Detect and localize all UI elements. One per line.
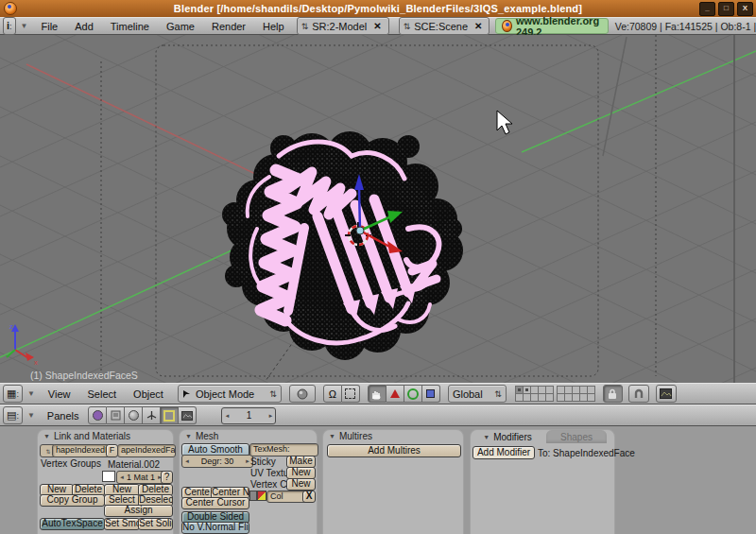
window-type-button[interactable]: i : bbox=[3, 17, 16, 35]
draw-type-button[interactable] bbox=[289, 385, 316, 403]
object-name-field[interactable]: apeIndexedFaceS bbox=[117, 444, 176, 457]
manipulator-rotate-button[interactable] bbox=[404, 385, 422, 403]
set-smooth-button[interactable]: Set Smoot bbox=[104, 518, 140, 530]
material-index-field[interactable]: ◄ 1 Mat 1 ► bbox=[116, 471, 165, 484]
menu-view[interactable]: View bbox=[40, 388, 79, 400]
material-color-swatch[interactable] bbox=[102, 471, 115, 482]
modifier-target-label: To: ShapeIndexedFace bbox=[538, 448, 635, 458]
menu-render[interactable]: Render bbox=[203, 21, 254, 32]
orientation-label: Global bbox=[453, 388, 490, 400]
object-context-button[interactable] bbox=[143, 406, 161, 424]
close-button[interactable]: X bbox=[737, 2, 753, 16]
menu-game[interactable]: Game bbox=[158, 21, 203, 32]
buttons-collapse-icon[interactable]: ▼ bbox=[23, 411, 40, 420]
menu-help[interactable]: Help bbox=[254, 21, 293, 32]
vcol-new-button[interactable]: New bbox=[286, 478, 316, 491]
scene-context-button[interactable] bbox=[179, 406, 197, 424]
copy-group-button[interactable]: Copy Group bbox=[40, 494, 105, 507]
protein-surface-cloud[interactable] bbox=[222, 131, 463, 360]
screen-selector[interactable]: ⇅ SR:2-Model ✕ bbox=[297, 17, 389, 35]
menu-add[interactable]: Add bbox=[66, 21, 102, 32]
panel-collapse-icon[interactable]: ▼ bbox=[329, 433, 335, 439]
viewport-canvas[interactable]: z x (1) ShapeIndexedFaceS bbox=[0, 35, 756, 383]
header-collapse-icon[interactable]: ▼ bbox=[16, 22, 33, 30]
panel-title: Multires bbox=[339, 431, 372, 441]
panel-collapse-icon[interactable]: ▼ bbox=[185, 433, 192, 439]
frame-value[interactable]: 1 bbox=[247, 410, 252, 421]
center-cursor-button[interactable]: Center Cursor bbox=[181, 497, 249, 509]
set-solid-button[interactable]: Set Solid bbox=[138, 518, 173, 530]
proportional-edit-button[interactable] bbox=[628, 385, 649, 403]
manipulator-hand-button[interactable] bbox=[368, 385, 387, 403]
scene-close-icon[interactable]: ✕ bbox=[472, 21, 485, 31]
tab-modifiers[interactable]: ▼ Modifiers bbox=[472, 430, 542, 443]
buttons-header: ▤ : ▼ Panels ◄ 1 ► bbox=[0, 405, 756, 426]
vcol-material-icon bbox=[257, 491, 266, 501]
logic-context-button[interactable] bbox=[88, 406, 107, 424]
mode-dropdown[interactable]: Object Mode ⇅ bbox=[178, 385, 282, 403]
vcol-grid-icon bbox=[249, 491, 257, 501]
screen-name[interactable]: SR:2-Model bbox=[312, 21, 367, 32]
maximize-button[interactable]: □ bbox=[718, 2, 734, 16]
tab-shapes[interactable]: Shapes bbox=[546, 430, 607, 443]
window-titlebar[interactable]: Blender [/home/shandils/Desktop/Pymolwik… bbox=[0, 0, 756, 17]
menu-file[interactable]: File bbox=[33, 21, 67, 32]
view3d-collapse-icon[interactable]: ▼ bbox=[23, 389, 40, 398]
snap-target-button[interactable] bbox=[342, 385, 360, 403]
buttons-window: ▼ Link and Materials ⇅ hapeIndexedFaceS … bbox=[0, 426, 756, 534]
panel-multires[interactable]: ▼ Multires Add Multires bbox=[323, 430, 463, 534]
orientation-dropdown[interactable]: Global ⇅ bbox=[448, 385, 507, 403]
manipulator-scale-button[interactable] bbox=[422, 385, 440, 403]
window-type-stepper-icon: : bbox=[9, 22, 12, 31]
panel-mesh[interactable]: ▼ Mesh Auto Smooth ◄ Degr: 30 ► TexMesh:… bbox=[180, 430, 317, 534]
menu-timeline[interactable]: Timeline bbox=[102, 21, 158, 32]
add-multires-button[interactable]: Add Multires bbox=[327, 444, 461, 457]
menu-object[interactable]: Object bbox=[125, 388, 172, 400]
magnet-icon bbox=[633, 388, 644, 400]
screen-browse-icon[interactable]: ⇅ bbox=[301, 22, 309, 31]
layer-buttons[interactable] bbox=[516, 387, 595, 402]
vcol-name-field[interactable]: Col bbox=[266, 491, 307, 503]
panel-collapse-icon[interactable]: ▼ bbox=[483, 434, 490, 440]
render-preview-button[interactable] bbox=[656, 385, 677, 403]
mesh-name-field[interactable]: hapeIndexedFaceS bbox=[52, 444, 110, 457]
material-help-button[interactable]: ? bbox=[161, 471, 173, 484]
mat-prev-icon[interactable]: ◄ bbox=[119, 474, 125, 480]
minimize-button[interactable]: _ bbox=[699, 2, 715, 16]
script-context-button[interactable] bbox=[107, 406, 125, 424]
add-modifier-button[interactable]: Add Modifier bbox=[472, 446, 535, 459]
shading-context-button[interactable] bbox=[125, 406, 143, 424]
editing-context-button[interactable] bbox=[161, 406, 179, 424]
autotexspace-toggle[interactable]: AutoTexSpace bbox=[40, 518, 105, 530]
view3d-window-type-button[interactable]: ▦ : bbox=[3, 385, 23, 403]
assign-button[interactable]: Assign bbox=[104, 505, 173, 517]
panel-modifiers[interactable]: ▼ Modifiers Shapes Add Modifier To: Shap… bbox=[471, 430, 614, 534]
viewport-3d[interactable]: z x (1) ShapeIndexedFaceS bbox=[0, 35, 756, 383]
view3d-window-stepper-icon: : bbox=[16, 389, 19, 399]
scene-stats: Ve:70809 | Fa:141525 | Ob:8-1 | La:3 | M… bbox=[615, 21, 756, 32]
lock-layers-button[interactable] bbox=[603, 385, 623, 403]
panel-link-and-materials[interactable]: ▼ Link and Materials ⇅ hapeIndexedFaceS … bbox=[38, 430, 173, 534]
frame-number-field[interactable]: ◄ 1 ► bbox=[221, 407, 276, 424]
frustum-diagonal-line bbox=[603, 37, 627, 156]
frame-left-icon[interactable]: ◄ bbox=[224, 413, 230, 419]
manipulator-translate-button[interactable] bbox=[387, 385, 404, 403]
no-vnormal-flip-toggle[interactable]: No V.Normal Flip bbox=[181, 522, 249, 534]
texmesh-field[interactable]: TexMesh: bbox=[249, 443, 318, 456]
vcol-delete-button[interactable]: X bbox=[302, 491, 316, 503]
scene-browse-icon[interactable]: ⇅ bbox=[404, 22, 411, 31]
menu-select[interactable]: Select bbox=[79, 388, 126, 400]
pivot-point-button[interactable]: Ω bbox=[323, 385, 342, 403]
degrees-field[interactable]: ◄ Degr: 30 ► bbox=[181, 455, 253, 468]
script-icon bbox=[111, 410, 121, 421]
material-name-label: Material.002 bbox=[108, 459, 160, 470]
scene-selector[interactable]: ⇅ SCE:Scene ✕ bbox=[399, 17, 490, 35]
screen-close-icon[interactable]: ✕ bbox=[370, 21, 384, 31]
gizmo-x-label: x bbox=[34, 358, 38, 367]
frame-right-icon[interactable]: ► bbox=[268, 413, 274, 419]
panel-collapse-icon[interactable]: ▼ bbox=[43, 433, 50, 439]
scene-name[interactable]: SCE:Scene bbox=[414, 21, 468, 32]
buttons-window-type-button[interactable]: ▤ : bbox=[3, 406, 23, 424]
object-mode-icon bbox=[182, 389, 192, 399]
degr-minus-icon[interactable]: ◄ bbox=[184, 458, 190, 464]
